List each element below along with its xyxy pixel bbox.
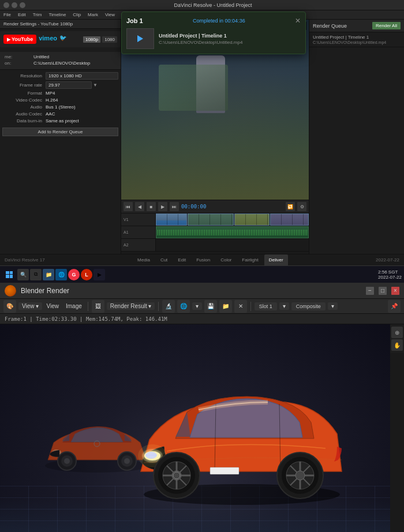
- audio-label: Audio: [2, 104, 46, 110]
- folder-icon[interactable]: 📁: [219, 300, 232, 313]
- video-clip-2[interactable]: [188, 213, 234, 226]
- blender-titlebar: Blender Render − □ ×: [0, 283, 404, 299]
- render-result-dropdown[interactable]: Render Result ▾: [107, 302, 155, 310]
- vimeo-preset-btn[interactable]: vimeo: [39, 35, 57, 44]
- resolution-value: 1920 x 1080 HD: [46, 72, 118, 80]
- blender-minimize-btn[interactable]: −: [366, 287, 374, 295]
- composite-btn[interactable]: Composite: [291, 302, 326, 310]
- taskbar-date: 2022-07-22: [378, 275, 402, 280]
- preset-buttons-row: ▶ YouTube vimeo 🐦 1080p 1080: [0, 31, 121, 47]
- render-queue-title: Render Queue: [313, 23, 347, 29]
- timeline-tracks: V1 A1: [121, 213, 309, 254]
- start-button[interactable]: [2, 268, 16, 281]
- audio-track-content[interactable]: [156, 226, 309, 238]
- settings-btn[interactable]: ⚙: [297, 202, 306, 211]
- slot-dropdown[interactable]: ▾: [279, 302, 289, 310]
- blender-toolbar: 🎨 View ▾ View Image 🖼 Render Result ▾ 🔬 …: [0, 299, 404, 314]
- save-icon[interactable]: 💾: [204, 300, 217, 313]
- blender-close-btn[interactable]: ×: [391, 287, 399, 295]
- render-all-btn[interactable]: Render All: [372, 22, 401, 29]
- tab-color[interactable]: Color: [216, 254, 236, 266]
- close-btn[interactable]: [20, 2, 25, 8]
- job-info: Untitled Project | Timeline 1 C:\Users\L…: [159, 33, 301, 45]
- hand-icon[interactable]: ✋: [391, 339, 403, 351]
- taskbar-l-icon[interactable]: L: [81, 269, 92, 280]
- menu-timeline[interactable]: Timeline: [47, 12, 67, 17]
- slot-selector[interactable]: Slot 1: [255, 302, 277, 310]
- scope-icon[interactable]: 🔬: [162, 300, 175, 313]
- video-clip-3[interactable]: [234, 213, 270, 226]
- blender-maximize-btn[interactable]: □: [379, 287, 387, 295]
- menu-mark[interactable]: Mark: [87, 12, 99, 17]
- svg-point-3: [64, 458, 70, 464]
- skip-end-btn[interactable]: ⏭: [170, 202, 179, 211]
- tab-fairlight[interactable]: Fairlight: [237, 254, 263, 266]
- loop-btn[interactable]: 🔁: [286, 202, 295, 211]
- blender-mode-icon[interactable]: 🎨: [3, 300, 16, 313]
- job-popup: Job 1 Completed in 00:04:36 ✕ Untitled P…: [121, 12, 306, 54]
- statusbar-app-name: DaVinci Resolve 17: [5, 257, 45, 263]
- tab-edit[interactable]: Edit: [173, 254, 190, 266]
- main-car-svg: [129, 370, 349, 509]
- world-icon[interactable]: 🌐: [177, 300, 190, 313]
- video-clips: [156, 213, 309, 226]
- render-icon-btn[interactable]: 🖼: [92, 300, 104, 313]
- job-status: Completed in 00:04:36: [193, 18, 245, 24]
- menu-edit[interactable]: Edit: [17, 12, 27, 17]
- job-file-path: C:\Users\LENOVO\Desktop\Untitled.mp4: [159, 40, 301, 45]
- tab-media[interactable]: Media: [133, 254, 155, 266]
- menu-trim[interactable]: Trim: [32, 12, 43, 17]
- taskbar-search-icon[interactable]: 🔍: [17, 269, 29, 280]
- twitter-preset-btn[interactable]: 🐦: [59, 35, 66, 44]
- res-1080-btn[interactable]: 1080: [102, 36, 117, 43]
- view-menu-2[interactable]: View: [44, 302, 62, 310]
- tab-cut[interactable]: Cut: [156, 254, 172, 266]
- menu-clip[interactable]: Clip: [72, 12, 82, 17]
- menu-file[interactable]: File: [2, 12, 12, 17]
- zoom-icon[interactable]: ⊕: [391, 327, 403, 338]
- taskbar-explorer-icon[interactable]: 📁: [43, 269, 54, 280]
- svg-rect-31: [210, 467, 239, 474]
- tab-deliver[interactable]: Deliver: [264, 254, 288, 266]
- add-to-queue-btn[interactable]: Add to Render Queue: [2, 128, 118, 136]
- video-track-label: V1: [121, 213, 156, 226]
- windows-taskbar: 🔍 ⧉ 📁 🌐 G L ▶ 2:56 SGT 2022-07-22: [0, 265, 404, 283]
- windows-logo: [6, 271, 13, 278]
- audio-clip[interactable]: [156, 226, 309, 238]
- video-clip-4[interactable]: [270, 213, 309, 226]
- job-thumbnail[interactable]: [126, 28, 154, 49]
- job-close-btn[interactable]: ✕: [295, 17, 301, 25]
- taskbar-taskview-icon[interactable]: ⧉: [30, 269, 42, 280]
- job-play-icon: [137, 35, 143, 42]
- taskbar-edge-icon[interactable]: 🌐: [55, 269, 67, 280]
- audio-track-label: A1: [121, 226, 156, 238]
- pin-icon[interactable]: 📌: [388, 300, 401, 313]
- stop-btn[interactable]: ■: [147, 202, 156, 211]
- youtube-preset-btn[interactable]: ▶ YouTube: [3, 35, 36, 44]
- framerate-value[interactable]: 29.97: [46, 81, 92, 89]
- video-clip-1[interactable]: [156, 213, 187, 226]
- play-back-btn[interactable]: ◀: [135, 202, 144, 211]
- view-menu-1[interactable]: View ▾: [18, 302, 42, 310]
- audio2-track-content[interactable]: [156, 239, 309, 251]
- tab-fusion[interactable]: Fusion: [192, 254, 215, 266]
- taskbar-chrome-icon[interactable]: G: [68, 269, 80, 280]
- minimize-btn[interactable]: [3, 2, 9, 8]
- maximize-btn[interactable]: [12, 2, 17, 8]
- image-menu[interactable]: Image: [63, 302, 84, 310]
- world-dropdown[interactable]: ▾: [192, 302, 202, 310]
- taskbar-davinci-icon[interactable]: ▶: [93, 269, 105, 280]
- composite-dropdown[interactable]: ▾: [328, 302, 338, 310]
- skip-start-btn[interactable]: ⏮: [124, 202, 133, 211]
- render-close-icon[interactable]: ✕: [234, 300, 247, 313]
- menu-view[interactable]: View: [104, 12, 116, 17]
- job-content: Untitled Project | Timeline 1 C:\Users\L…: [126, 28, 301, 49]
- svg-point-30: [295, 471, 305, 480]
- render-queue-item[interactable]: Untitled Project | Timeline 1 C:\Users\L…: [309, 32, 404, 47]
- blender-window-controls: − □ ×: [366, 287, 399, 295]
- res-1080p-btn[interactable]: 1080p: [83, 36, 100, 43]
- svg-point-13: [145, 452, 157, 459]
- job-popup-header: Job 1 Completed in 00:04:36 ✕: [126, 17, 301, 25]
- video-track-content[interactable]: [156, 213, 309, 226]
- play-btn[interactable]: ▶: [158, 202, 167, 211]
